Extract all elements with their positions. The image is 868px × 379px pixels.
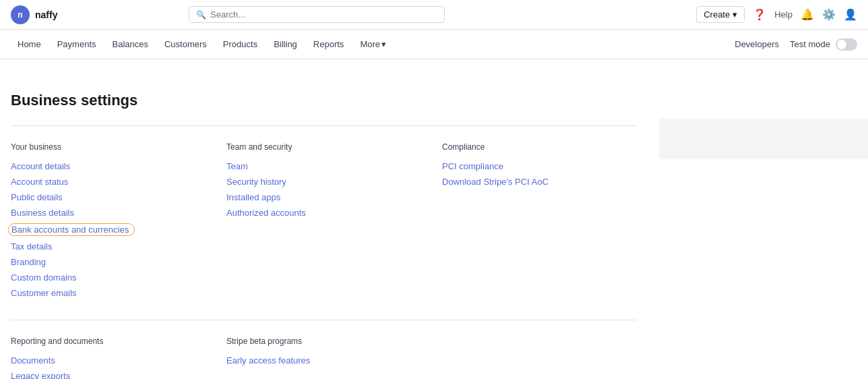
beta-programs-heading: Stripe beta programs	[226, 337, 442, 346]
team-link[interactable]: Team	[226, 161, 442, 171]
bell-icon[interactable]: 🔔	[801, 8, 814, 21]
gray-placeholder	[659, 119, 868, 159]
nav-item-payments[interactable]: Payments	[51, 35, 103, 53]
test-mode-label: Test mode	[790, 39, 830, 49]
nav-item-reports[interactable]: Reports	[307, 35, 351, 53]
nav-item-billing[interactable]: Billing	[267, 35, 304, 53]
public-details-link[interactable]: Public details	[11, 192, 226, 202]
search-icon: 🔍	[196, 10, 206, 20]
customer-emails-link[interactable]: Customer emails	[11, 288, 226, 298]
reporting-column: Reporting and documents Documents Legacy…	[11, 337, 226, 379]
help-label[interactable]: Help	[774, 9, 793, 20]
settings-grid: Your business Account details Account st…	[11, 125, 636, 379]
business-details-link[interactable]: Business details	[11, 208, 226, 218]
gear-icon[interactable]: ⚙️	[822, 8, 836, 21]
nav-item-customers[interactable]: Customers	[158, 35, 214, 53]
your-business-column: Your business Account details Account st…	[11, 142, 226, 303]
search-input[interactable]	[210, 9, 437, 20]
beta-programs-column: Stripe beta programs Early access featur…	[226, 337, 442, 379]
bottom-settings-section: Reporting and documents Documents Legacy…	[11, 320, 636, 379]
download-pci-link[interactable]: Download Stripe's PCI AoC	[442, 177, 658, 187]
nav-right: Create ▾ ❓ Help 🔔 ⚙️ 👤	[696, 6, 857, 23]
test-mode-toggle-area: Test mode	[790, 38, 857, 51]
account-status-link[interactable]: Account status	[11, 177, 226, 187]
toggle-knob	[837, 40, 846, 49]
your-business-heading: Your business	[11, 142, 226, 152]
reporting-heading: Reporting and documents	[11, 337, 226, 346]
chevron-down-icon: ▾	[381, 39, 386, 49]
logo-area: n naffy	[11, 5, 57, 24]
developers-link[interactable]: Developers	[735, 39, 779, 49]
nav-right-links: Developers Test mode	[735, 38, 857, 51]
logo-icon: n	[11, 5, 30, 24]
compliance-heading: Compliance	[442, 142, 658, 152]
nav-item-balances[interactable]: Balances	[106, 35, 155, 53]
search-bar[interactable]: 🔍	[189, 6, 445, 23]
main-settings-section: Your business Account details Account st…	[11, 126, 636, 320]
bank-accounts-link[interactable]: Bank accounts and currencies	[8, 223, 135, 236]
pci-compliance-link[interactable]: PCI compliance	[442, 161, 658, 171]
authorized-accounts-link[interactable]: Authorized accounts	[226, 208, 442, 218]
user-icon[interactable]: 👤	[844, 8, 857, 21]
team-security-column: Team and security Team Security history …	[226, 142, 442, 303]
custom-domains-link[interactable]: Custom domains	[11, 272, 226, 283]
create-button[interactable]: Create ▾	[696, 6, 745, 23]
page-title: Business settings	[11, 92, 636, 109]
early-access-link[interactable]: Early access features	[226, 355, 442, 366]
help-icon: ❓	[753, 8, 766, 21]
test-mode-toggle[interactable]	[836, 38, 857, 51]
security-history-link[interactable]: Security history	[226, 177, 442, 187]
compliance-column: Compliance PCI compliance Download Strip…	[442, 142, 658, 303]
branding-link[interactable]: Branding	[11, 257, 226, 267]
nav-item-home[interactable]: Home	[11, 35, 48, 53]
legacy-exports-link[interactable]: Legacy exports	[11, 371, 226, 379]
top-nav: n naffy 🔍 Create ▾ ❓ Help 🔔 ⚙️ 👤	[0, 0, 868, 30]
brand-name: naffy	[35, 9, 57, 20]
chevron-down-icon: ▾	[733, 9, 737, 20]
main-nav: Home Payments Balances Customers Product…	[0, 30, 868, 59]
installed-apps-link[interactable]: Installed apps	[226, 192, 442, 202]
account-details-link[interactable]: Account details	[11, 161, 226, 171]
tax-details-link[interactable]: Tax details	[11, 241, 226, 252]
main-content: Business settings Your business Account …	[0, 59, 647, 379]
nav-item-products[interactable]: Products	[216, 35, 264, 53]
documents-link[interactable]: Documents	[11, 355, 226, 366]
team-security-heading: Team and security	[226, 142, 442, 152]
nav-item-more[interactable]: More ▾	[353, 35, 393, 53]
